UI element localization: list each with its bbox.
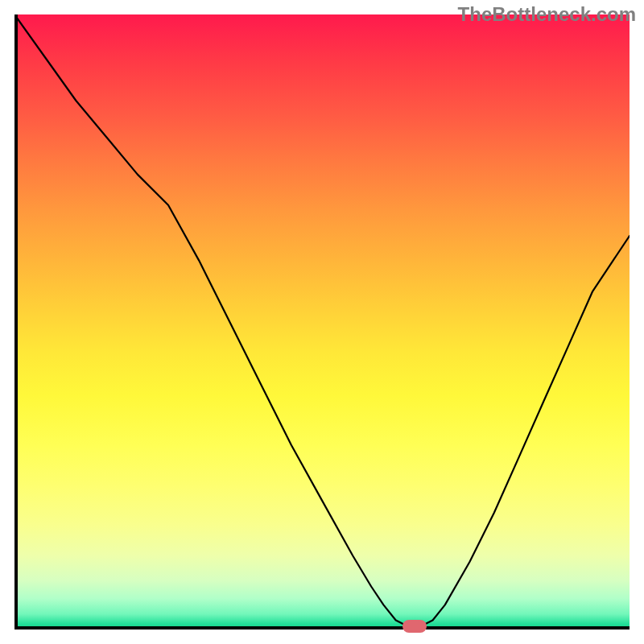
- watermark-text: TheBottleneck.com: [458, 3, 636, 26]
- chart-curve: [14, 14, 630, 630]
- minimum-marker: [402, 620, 427, 633]
